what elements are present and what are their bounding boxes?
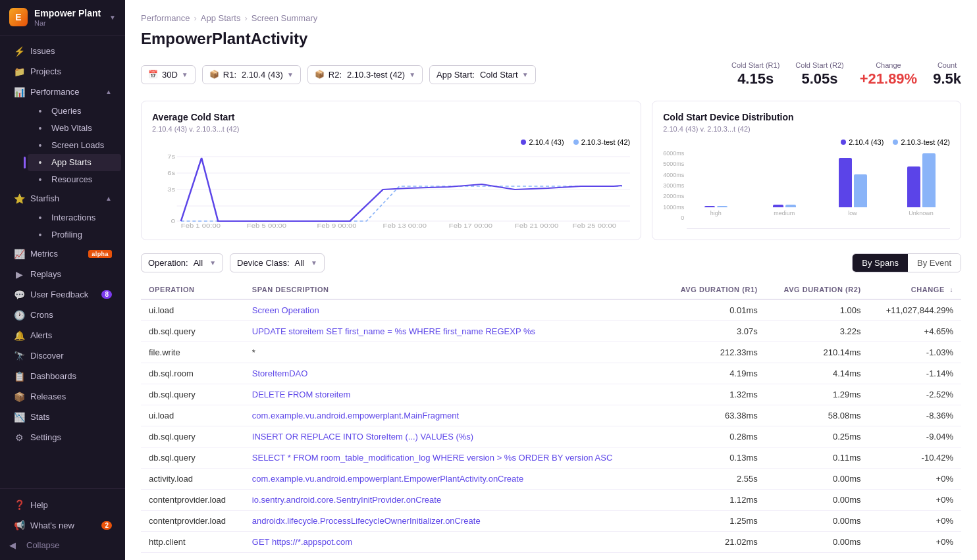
operation-filter-button[interactable]: Operation: All ▼ xyxy=(141,253,223,272)
sidebar-item-label: App Starts xyxy=(51,157,115,167)
cell-span-desc[interactable]: UPDATE storeitem SET first_name = %s WHE… xyxy=(244,321,662,342)
table-row: ui.loadcom.example.vu.android.empowerpla… xyxy=(141,405,961,426)
sidebar-item-help[interactable]: ❓ Help xyxy=(4,495,121,515)
table-row: db.sql.roomStoreItemDAO4.19ms4.14ms-1.14… xyxy=(141,363,961,384)
device-class-filter-button[interactable]: Device Class: All ▼ xyxy=(230,253,325,272)
change-stat: Change +21.89% xyxy=(860,61,917,88)
span-desc-link[interactable]: StoreItemDAO xyxy=(252,369,308,378)
sidebar-item-replays[interactable]: ▶ Replays xyxy=(4,265,121,284)
r2-label: R2: xyxy=(329,70,342,80)
sidebar-item-performance[interactable]: 📊 Performance ▲ xyxy=(4,82,121,102)
sidebar: E Empower Plant Nar ▼ ⚡ Issues 📁 Project… xyxy=(0,0,125,560)
sidebar-item-dashboards[interactable]: 📋 Dashboards xyxy=(4,367,121,386)
sidebar-item-web-vitals[interactable]: • Web Vitals xyxy=(28,120,121,137)
sidebar-item-profiling[interactable]: • Profiling xyxy=(28,226,121,243)
cell-span-desc[interactable]: com.example.vu.android.empowerplant.Main… xyxy=(244,405,662,426)
span-desc-link[interactable]: Screen Operation xyxy=(252,305,319,315)
cell-avg-r2: 0.00ms xyxy=(766,511,869,532)
collapse-button[interactable]: ◀ Collapse xyxy=(0,536,125,555)
cell-span-desc[interactable]: StoreItemDAO xyxy=(244,363,662,384)
starfish-subnav: • Interactions • Profiling xyxy=(0,209,125,243)
cell-avg-r1: 21.02ms xyxy=(662,532,766,553)
sidebar-item-interactions[interactable]: • Interactions xyxy=(28,209,121,226)
sidebar-item-label: Alerts xyxy=(30,330,112,340)
sidebar-item-releases[interactable]: 📦 Releases xyxy=(4,387,121,407)
sidebar-item-crons[interactable]: 🕐 Crons xyxy=(4,305,121,325)
table-header: OPERATION SPAN DESCRIPTION AVG DURATION … xyxy=(141,280,961,299)
cell-avg-r2: 1.29ms xyxy=(766,384,869,405)
span-desc-link[interactable]: GET https://*.appspot.com xyxy=(252,537,352,547)
cell-span-desc[interactable]: io.sentry.android.core.SentryInitProvide… xyxy=(244,490,662,511)
span-desc-link[interactable]: DELETE FROM storeitem xyxy=(252,390,351,399)
sidebar-item-stats[interactable]: 📉 Stats xyxy=(4,407,121,427)
col-change[interactable]: CHANGE ↓ xyxy=(869,280,961,299)
svg-text:Feb 9 00:00: Feb 9 00:00 xyxy=(317,222,356,229)
span-desc-link[interactable]: com.example.vu.android.empowerplant.Main… xyxy=(252,411,459,420)
metrics-icon: 📈 xyxy=(13,249,25,259)
avg-cold-start-chart: Average Cold Start 2.10.4 (43) v. 2.10.3… xyxy=(141,101,641,240)
span-desc-link[interactable]: UPDATE storeitem SET first_name = %s WHE… xyxy=(252,326,535,336)
sidebar-item-issues[interactable]: ⚡ Issues xyxy=(4,41,121,61)
cold-start-r1-stat: Cold Start (R1) 4.15s xyxy=(731,61,779,88)
by-spans-toggle[interactable]: By Spans xyxy=(853,254,908,272)
sidebar-item-resources[interactable]: • Resources xyxy=(28,171,121,188)
sidebar-item-app-starts[interactable]: • App Starts xyxy=(28,154,121,171)
span-desc-link[interactable]: INSERT OR REPLACE INTO StoreItem (...) V… xyxy=(252,432,473,442)
app-start-filter-button[interactable]: App Start: Cold Start ▼ xyxy=(429,65,536,84)
collapse-label: Collapse xyxy=(26,540,60,550)
bar-label-high: high xyxy=(710,210,722,216)
release-r2-icon: 📦 xyxy=(315,70,325,79)
table-row: db.sql.queryUPDATE storeitem SET first_n… xyxy=(141,321,961,342)
sidebar-item-label: Performance xyxy=(30,87,105,97)
sidebar-item-starfish[interactable]: ⭐ Starfish ▲ xyxy=(4,189,121,209)
cell-span-desc[interactable]: SELECT * FROM room_table_modification_lo… xyxy=(244,447,662,469)
sidebar-item-label: Settings xyxy=(30,432,112,442)
release-r1-icon: 📦 xyxy=(209,70,219,79)
sidebar-item-screen-loads[interactable]: • Screen Loads xyxy=(28,137,121,154)
date-filter-button[interactable]: 📅 30D ▼ xyxy=(141,65,196,84)
cell-span-desc[interactable]: DELETE FROM storeitem xyxy=(244,384,662,405)
sidebar-item-metrics[interactable]: 📈 Metrics alpha xyxy=(4,244,121,264)
svg-text:Feb 25 00:00: Feb 25 00:00 xyxy=(573,222,617,229)
sidebar-item-discover[interactable]: 🔭 Discover xyxy=(4,346,121,366)
r1-value: 2.10.4 (43) xyxy=(242,70,283,80)
sidebar-item-whats-new[interactable]: 📢 What's new 2 xyxy=(4,515,121,535)
spans-table: OPERATION SPAN DESCRIPTION AVG DURATION … xyxy=(141,280,961,553)
cell-span-desc[interactable]: Screen Operation xyxy=(244,299,662,321)
interactions-icon: • xyxy=(34,213,46,223)
span-desc-link[interactable]: io.sentry.android.core.SentryInitProvide… xyxy=(252,495,441,505)
date-chevron-icon: ▼ xyxy=(182,71,188,78)
crons-icon: 🕐 xyxy=(13,310,25,320)
sidebar-item-projects[interactable]: 📁 Projects xyxy=(4,62,121,82)
sidebar-item-user-feedback[interactable]: 💬 User Feedback 8 xyxy=(4,285,121,305)
user-feedback-icon: 💬 xyxy=(13,290,25,300)
sidebar-item-label: Projects xyxy=(30,66,112,76)
span-desc-link[interactable]: com.example.vu.android.empowerplant.Empo… xyxy=(252,474,523,484)
by-event-toggle[interactable]: By Event xyxy=(908,254,961,272)
cell-change: +0% xyxy=(869,469,961,490)
sidebar-item-alerts[interactable]: 🔔 Alerts xyxy=(4,326,121,345)
span-desc-link[interactable]: androidx.lifecycle.ProcessLifecycleOwner… xyxy=(252,516,481,526)
sidebar-item-queries[interactable]: • Queries xyxy=(28,103,121,120)
bar-label-unknown: Unknown xyxy=(909,210,934,216)
cell-span-desc[interactable]: androidx.lifecycle.ProcessLifecycleOwner… xyxy=(244,511,662,532)
cell-span-desc[interactable]: GET https://*.appspot.com xyxy=(244,532,662,553)
breadcrumb-app-starts[interactable]: App Starts xyxy=(201,13,241,23)
queries-icon: • xyxy=(34,106,46,116)
cell-span-desc[interactable]: com.example.vu.android.empowerplant.Empo… xyxy=(244,469,662,490)
svg-text:0: 0 xyxy=(171,218,176,224)
table-controls: Operation: All ▼ Device Class: All ▼ By … xyxy=(141,253,961,272)
sidebar-item-label: Dashboards xyxy=(30,371,112,381)
cell-change: +11,027,844.29% xyxy=(869,299,961,321)
breadcrumb-performance[interactable]: Performance xyxy=(141,13,190,23)
span-desc-link[interactable]: SELECT * FROM room_table_modification_lo… xyxy=(252,453,613,463)
sidebar-item-label: Issues xyxy=(30,46,112,56)
org-header[interactable]: E Empower Plant Nar ▼ xyxy=(0,0,125,36)
r1-filter-button[interactable]: 📦 R1: 2.10.4 (43) ▼ xyxy=(202,65,301,84)
org-name: Empower Plant xyxy=(34,8,109,19)
sidebar-item-settings[interactable]: ⚙ Settings xyxy=(4,428,121,447)
cell-span-desc[interactable]: INSERT OR REPLACE INTO StoreItem (...) V… xyxy=(244,426,662,447)
sidebar-item-label: Queries xyxy=(51,106,115,116)
r2-filter-button[interactable]: 📦 R2: 2.10.3-test (42) ▼ xyxy=(307,65,423,84)
cell-operation: ui.load xyxy=(141,405,244,426)
